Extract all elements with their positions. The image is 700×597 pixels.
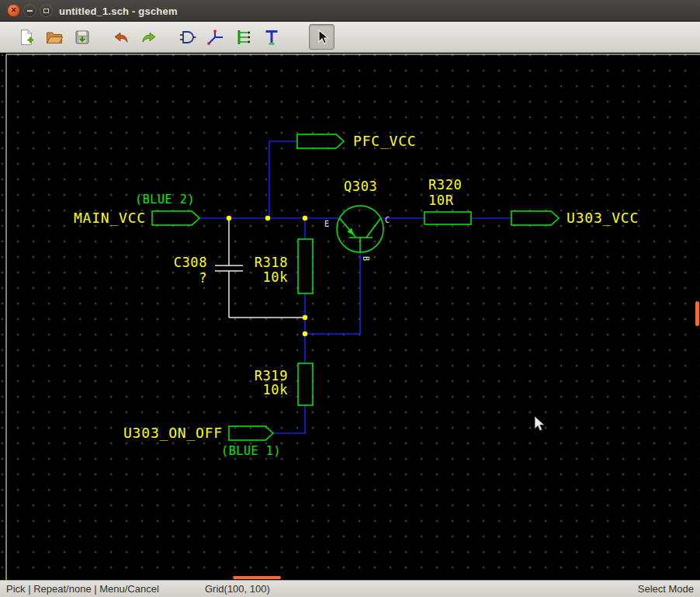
close-button[interactable]: ✕ (7, 4, 20, 17)
titlebar: ✕ untitled_1.sch - gschem (0, 0, 700, 22)
net-flag-u303-vcc[interactable] (511, 211, 559, 225)
value-r320[interactable]: 10R (428, 193, 454, 208)
add-text-icon (262, 28, 281, 47)
annotation-blue2[interactable]: (BLUE 2) (135, 193, 195, 207)
add-net-icon (206, 28, 225, 47)
junction-dot (303, 216, 307, 220)
schematic-svg: PFC_VCC MAIN_VCC U303_VCC U303_ON_OFF (B… (0, 53, 700, 580)
net-flag-main-vcc[interactable] (152, 211, 199, 225)
refdes-r319[interactable]: R319 (255, 368, 288, 384)
net-label-u303-on-off[interactable]: U303_ON_OFF (123, 425, 223, 441)
add-component-button[interactable] (175, 25, 200, 50)
resistor-r319[interactable] (298, 363, 313, 405)
annotation-blue1[interactable]: (BLUE 1) (221, 444, 281, 458)
net-label-u303-vcc[interactable]: U303_VCC (567, 210, 639, 226)
resistor-r318[interactable] (298, 239, 313, 293)
schematic-canvas[interactable]: PFC_VCC MAIN_VCC U303_VCC U303_ON_OFF (B… (0, 53, 700, 580)
select-cursor-icon (313, 28, 331, 47)
minimize-icon (27, 10, 33, 12)
junction-dot (227, 216, 231, 220)
value-c308[interactable]: ? (199, 270, 207, 286)
select-mode-button[interactable] (309, 24, 334, 50)
junction-dot (303, 315, 307, 320)
refdes-c308[interactable]: C308 (174, 255, 207, 270)
status-grid-text: Grid(100, 100) (205, 583, 270, 595)
redo-button[interactable] (137, 25, 161, 50)
pin-label-e: E (324, 220, 329, 228)
save-icon (73, 28, 92, 47)
open-folder-icon (45, 28, 64, 47)
net-label-main-vcc[interactable]: MAIN_VCC (74, 210, 146, 226)
save-button[interactable] (70, 25, 95, 50)
toolbar (0, 22, 700, 53)
junction-dot (303, 331, 307, 336)
add-component-icon (178, 28, 197, 47)
junction-dot (265, 216, 270, 220)
gschem-window: ✕ untitled_1.sch - gschem (0, 0, 700, 597)
vertical-scrollbar-thumb[interactable] (695, 301, 699, 326)
refdes-r318[interactable]: R318 (255, 255, 288, 270)
transistor-q303[interactable] (337, 206, 383, 252)
new-file-button[interactable] (14, 25, 39, 50)
resistor-r320[interactable] (425, 212, 471, 224)
redo-icon (140, 28, 158, 47)
maximize-icon (43, 9, 49, 13)
pin-label-b: B (362, 256, 370, 261)
maximize-button[interactable] (40, 4, 53, 17)
value-r318[interactable]: 10k (262, 269, 288, 285)
net-label-pfc-vcc[interactable]: PFC_VCC (353, 133, 416, 149)
refdes-r320[interactable]: R320 (428, 177, 462, 193)
open-button[interactable] (42, 25, 67, 50)
statusbar: Pick | Repeat/none | Menu/Cancel Grid(10… (0, 580, 700, 597)
add-bus-icon (234, 28, 253, 47)
mouse-cursor (535, 416, 544, 431)
net-flag-pfc-vcc[interactable] (297, 134, 344, 148)
undo-button[interactable] (109, 25, 133, 50)
add-text-button[interactable] (259, 25, 284, 50)
undo-icon (112, 28, 130, 47)
net-flag-u303-on-off[interactable] (229, 426, 273, 440)
value-r319[interactable]: 10k (262, 382, 288, 397)
window-title: untitled_1.sch - gschem (59, 0, 178, 22)
refdes-q303[interactable]: Q303 (344, 179, 377, 194)
add-bus-button[interactable] (231, 25, 256, 50)
new-file-icon (17, 28, 36, 47)
pin-label-c: C (385, 216, 390, 224)
add-net-button[interactable] (203, 25, 228, 50)
minimize-button[interactable] (23, 4, 36, 17)
horizontal-scrollbar-thumb[interactable] (233, 576, 281, 579)
status-mode-text: Select Mode (638, 583, 694, 595)
status-left-text: Pick | Repeat/none | Menu/Cancel (6, 583, 159, 595)
